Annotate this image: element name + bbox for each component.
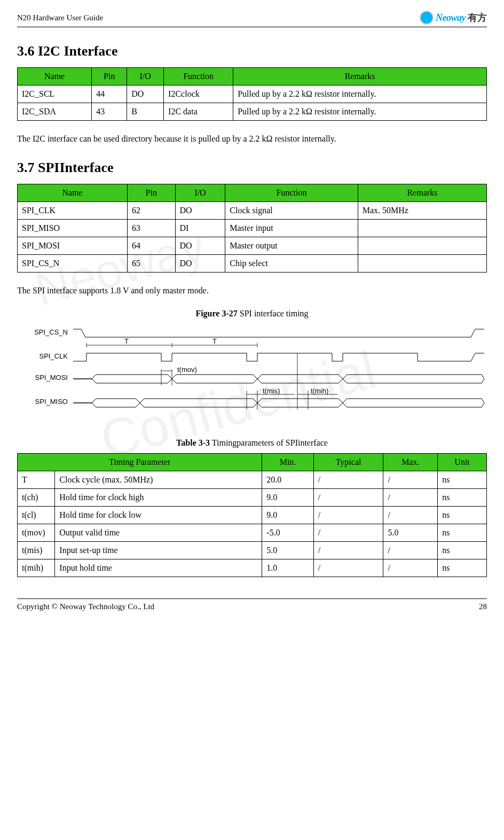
spi-table: Name Pin I/O Function Remarks SPI_CLK 62… — [17, 184, 487, 273]
table-row: t(mov) Output valid time -5.0 / 5.0 ns — [18, 524, 487, 542]
spi-timing-diagram: .sig { stroke:#000; stroke-width:1; fill… — [17, 324, 487, 415]
cell: 62 — [127, 202, 175, 220]
col-pin: Pin — [127, 184, 175, 202]
col-io: I/O — [175, 184, 225, 202]
table-row: t(cl) Hold time for clock low 9.0 / / ns — [18, 507, 487, 524]
cell: DO — [175, 255, 225, 273]
col-timing-param: Timing Parameter — [18, 454, 262, 471]
table-row: t(mis) Input set-up time 5.0 / / ns — [18, 542, 487, 559]
cell: Chip select — [225, 255, 358, 273]
cell: / — [313, 471, 383, 489]
cell: / — [383, 489, 438, 507]
cell — [358, 237, 486, 255]
cell: t(cl) — [18, 507, 55, 524]
table-row: SPI_CLK 62 DO Clock signal Max. 50MHz — [18, 202, 487, 220]
timing-label-t1: T — [124, 337, 129, 345]
cell: ns — [438, 507, 487, 524]
cell: 5.0 — [262, 542, 313, 559]
cell: / — [383, 542, 438, 559]
col-min: Min. — [262, 454, 313, 471]
cell: 43 — [92, 103, 127, 121]
col-max: Max. — [383, 454, 438, 471]
copyright-text: Copyright © Neoway Technology Co., Ltd — [17, 602, 154, 611]
cell: Input set-up time — [55, 542, 262, 559]
table-row: SPI_CS_N 65 DO Chip select — [18, 255, 487, 273]
cell: ns — [438, 524, 487, 542]
table-header-row: Name Pin I/O Function Remarks — [18, 68, 487, 85]
signal-label: SPI_MOSI — [35, 374, 68, 382]
figure-caption: Figure 3-27 SPI interface timing — [17, 309, 487, 318]
page-footer: Copyright © Neoway Technology Co., Ltd 2… — [17, 598, 487, 611]
figure-label: Figure 3-27 — [195, 309, 237, 318]
cell: 20.0 — [262, 471, 313, 489]
table-row: I2C_SCL 44 DO I2Cclock Pulled up by a 2.… — [18, 85, 487, 103]
timing-label-t2: T — [212, 337, 217, 345]
cell: Clock signal — [225, 202, 358, 220]
cell: DO — [175, 237, 225, 255]
cell: I2Cclock — [164, 85, 233, 103]
cell: 63 — [127, 220, 175, 237]
signal-label: SPI_CS_N — [34, 328, 68, 336]
table-row: I2C_SDA 43 B I2C data Pulled up by a 2.2… — [18, 103, 487, 121]
cell: t(mov) — [18, 524, 55, 542]
table-row: t(mih) Input hold time 1.0 / / ns — [18, 559, 487, 577]
cell: I2C_SDA — [18, 103, 92, 121]
spi-body-text: The SPI interface supports 1.8 V and onl… — [17, 286, 487, 295]
cell: SPI_CLK — [18, 202, 128, 220]
col-typical: Typical — [313, 454, 383, 471]
cell: Hold time for clock low — [55, 507, 262, 524]
cell: 64 — [127, 237, 175, 255]
cell: Clock cycle (max. 50MHz) — [55, 471, 262, 489]
i2c-table: Name Pin I/O Function Remarks I2C_SCL 44… — [17, 67, 487, 121]
cell: ns — [438, 471, 487, 489]
cell: 9.0 — [262, 489, 313, 507]
timing-label-tmih: t(mih) — [311, 387, 328, 395]
cell: Input hold time — [55, 559, 262, 577]
table-row: T Clock cycle (max. 50MHz) 20.0 / / ns — [18, 471, 487, 489]
col-function: Function — [225, 184, 358, 202]
table-header-row: Timing Parameter Min. Typical Max. Unit — [18, 454, 487, 471]
signal-label: SPI_MISO — [35, 398, 68, 406]
cell: / — [313, 559, 383, 577]
cell: Pulled up by a 2.2 kΩ resistor internall… — [233, 85, 487, 103]
table-row: SPI_MOSI 64 DO Master output — [18, 237, 487, 255]
cell: Max. 50MHz — [358, 202, 486, 220]
doc-title: N20 Hardware User Guide — [17, 13, 103, 22]
cell — [358, 220, 486, 237]
logo-cn: 有方 — [468, 11, 487, 24]
page-header: N20 Hardware User Guide Neoway 有方 — [17, 11, 487, 27]
cell: DO — [127, 85, 164, 103]
cell: / — [383, 559, 438, 577]
table-title-text: Timingparameters of SPIinterface — [210, 438, 328, 447]
col-pin: Pin — [92, 68, 127, 85]
cell: 1.0 — [262, 559, 313, 577]
table-label: Table 3-3 — [176, 438, 210, 447]
cell: Master output — [225, 237, 358, 255]
figure-title-text: SPI interface timing — [238, 309, 309, 318]
cell: / — [313, 489, 383, 507]
logo: Neoway 有方 — [420, 11, 487, 25]
cell: Pulled up by a 2.2 kΩ resistor internall… — [233, 103, 487, 121]
section-heading-i2c: 3.6 I2C Interface — [17, 43, 487, 59]
cell: ns — [438, 489, 487, 507]
cell: T — [18, 471, 55, 489]
cell: 65 — [127, 255, 175, 273]
cell — [358, 255, 486, 273]
col-function: Function — [164, 68, 233, 85]
cell: -5.0 — [262, 524, 313, 542]
cell: B — [127, 103, 164, 121]
cell: t(mih) — [18, 559, 55, 577]
page-number: 28 — [479, 602, 487, 611]
col-remarks: Remarks — [233, 68, 487, 85]
cell: Master input — [225, 220, 358, 237]
cell: I2C_SCL — [18, 85, 92, 103]
cell: / — [383, 471, 438, 489]
cell: SPI_MISO — [18, 220, 128, 237]
cell: Output valid time — [55, 524, 262, 542]
section-heading-spi: 3.7 SPIInterface — [17, 160, 487, 176]
table-row: t(ch) Hold time for clock high 9.0 / / n… — [18, 489, 487, 507]
timing-params-table: Timing Parameter Min. Typical Max. Unit … — [17, 453, 487, 577]
cell: DO — [175, 202, 225, 220]
cell: ns — [438, 559, 487, 577]
timing-label-tmov: t(mov) — [177, 365, 197, 374]
